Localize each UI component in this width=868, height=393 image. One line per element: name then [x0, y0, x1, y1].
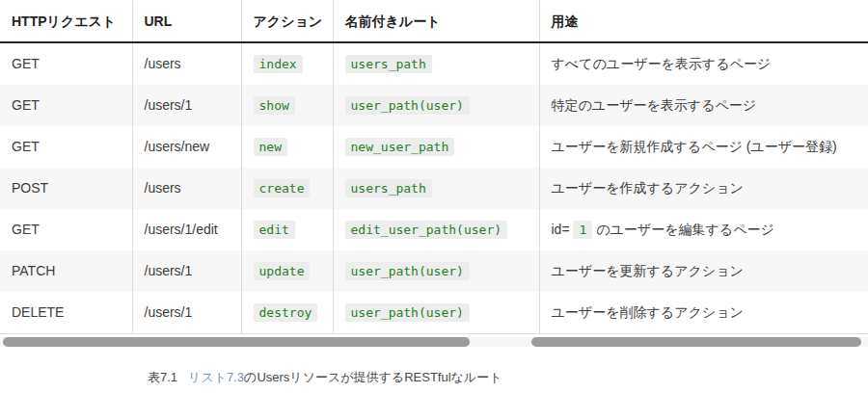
- action-cell: update: [241, 250, 333, 292]
- action-cell: index: [241, 42, 333, 85]
- named-route-code-chip: users_path: [345, 179, 432, 197]
- action-code-chip: edit: [254, 221, 295, 239]
- method-cell: GET: [0, 126, 132, 168]
- column-header-1: URL: [132, 0, 241, 42]
- table-body: GET/usersindexusers_pathすべてのユーザーを表示するページ…: [0, 42, 868, 334]
- action-cell: show: [241, 85, 333, 126]
- horizontal-scrollbar-track[interactable]: [0, 337, 868, 347]
- action-code-chip: update: [254, 262, 311, 280]
- named-route-code-chip: new_user_path: [345, 138, 455, 156]
- method-cell: GET: [0, 42, 132, 85]
- header-row: HTTPリクエストURLアクション名前付きルート用途: [0, 0, 868, 42]
- purpose-cell: 特定のユーザーを表示するページ: [539, 85, 868, 126]
- caption-text: のUsersリソースが提供するRESTfulなルート: [244, 370, 502, 384]
- method-cell: GET: [0, 85, 132, 126]
- url-cell: /users/1/edit: [132, 209, 241, 250]
- action-code-chip: index: [254, 55, 303, 73]
- action-cell: edit: [241, 209, 333, 250]
- action-code-chip: show: [254, 96, 295, 115]
- named-route-cell: user_path(user): [333, 250, 539, 292]
- action-code-chip: new: [254, 138, 287, 156]
- table-row: GET/usersindexusers_pathすべてのユーザーを表示するページ: [0, 42, 868, 85]
- table-caption: 表7.1リスト7.3のUsersリソースが提供するRESTfulなルート: [148, 369, 868, 386]
- purpose-cell: ユーザーを削除するアクション: [539, 292, 868, 334]
- column-header-2: アクション: [241, 0, 333, 42]
- caption-number: 表7.1: [148, 370, 177, 384]
- url-cell: /users: [132, 168, 241, 209]
- column-header-0: HTTPリクエスト: [0, 0, 132, 42]
- named-route-code-chip: users_path: [345, 55, 432, 73]
- url-cell: /users/1: [132, 85, 241, 126]
- named-route-cell: users_path: [333, 168, 539, 209]
- purpose-cell: id= 1 のユーザーを編集するページ: [539, 209, 868, 250]
- purpose-cell: ユーザーを作成するアクション: [539, 168, 868, 209]
- table-row: GET/users/1/editeditedit_user_path(user)…: [0, 209, 868, 250]
- method-cell: POST: [0, 168, 132, 209]
- horizontal-scrollbar-thumb-right[interactable]: [531, 337, 861, 347]
- method-cell: GET: [0, 209, 132, 250]
- action-cell: new: [241, 126, 333, 168]
- restful-routes-table: HTTPリクエストURLアクション名前付きルート用途 GET/usersinde…: [0, 0, 868, 334]
- table-row: DELETE/users/1destroyuser_path(user)ユーザー…: [0, 292, 868, 334]
- named-route-cell: new_user_path: [333, 126, 539, 168]
- action-cell: destroy: [241, 292, 333, 334]
- purpose-cell: ユーザーを更新するアクション: [539, 250, 868, 292]
- url-cell: /users/1: [132, 250, 241, 292]
- table-row: PATCH/users/1updateuser_path(user)ユーザーを更…: [0, 250, 868, 292]
- named-route-cell: users_path: [333, 42, 539, 85]
- named-route-code-chip: user_path(user): [345, 96, 470, 115]
- url-cell: /users/new: [132, 126, 241, 168]
- named-route-cell: edit_user_path(user): [333, 209, 539, 250]
- table-row: GET/users/newnewnew_user_pathユーザーを新規作成する…: [0, 126, 868, 168]
- named-route-cell: user_path(user): [333, 292, 539, 334]
- table-row: GET/users/1showuser_path(user)特定のユーザーを表示…: [0, 85, 868, 126]
- action-cell: create: [241, 168, 333, 209]
- named-route-code-chip: edit_user_path(user): [345, 221, 508, 239]
- url-cell: /users: [132, 42, 241, 85]
- action-code-chip: create: [254, 179, 311, 197]
- purpose-cell: すべてのユーザーを表示するページ: [539, 42, 868, 85]
- column-header-4: 用途: [539, 0, 868, 42]
- named-route-code-chip: user_path(user): [345, 262, 470, 280]
- caption-listing-link[interactable]: リスト7.3: [188, 370, 244, 384]
- purpose-cell: ユーザーを新規作成するページ (ユーザー登録): [539, 126, 868, 168]
- named-route-cell: user_path(user): [333, 85, 539, 126]
- column-header-3: 名前付きルート: [333, 0, 539, 42]
- method-cell: DELETE: [0, 292, 132, 334]
- table-row: POST/userscreateusers_pathユーザーを作成するアクション: [0, 168, 868, 209]
- method-cell: PATCH: [0, 250, 132, 292]
- url-cell: /users/1: [132, 292, 241, 334]
- horizontal-scrollbar-thumb-left[interactable]: [3, 337, 470, 347]
- named-route-code-chip: user_path(user): [345, 303, 470, 322]
- action-code-chip: destroy: [254, 303, 318, 322]
- purpose-code-chip: 1: [573, 221, 592, 239]
